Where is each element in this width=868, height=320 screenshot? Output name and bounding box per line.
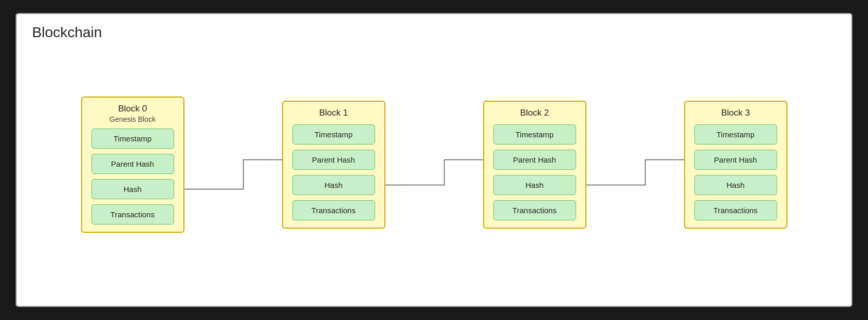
block-1: Block 1 Timestamp Parent Hash Hash Trans… <box>282 101 385 229</box>
block-0-hash: Hash <box>91 179 174 199</box>
block-0-title: Block 0 <box>118 104 147 114</box>
block-1-title: Block 1 <box>319 108 348 118</box>
block-1-hash: Hash <box>292 175 375 195</box>
block-3-title: Block 3 <box>721 108 750 118</box>
block-1-timestamp: Timestamp <box>292 124 375 145</box>
block-2-timestamp: Timestamp <box>493 124 576 145</box>
block-2-parent-hash: Parent Hash <box>493 150 576 170</box>
block-1-parent-hash: Parent Hash <box>292 150 375 170</box>
block-1-transactions: Transactions <box>292 200 375 220</box>
block-2-hash: Hash <box>493 175 576 195</box>
block-0-transactions: Transactions <box>91 204 174 225</box>
blockchain-diagram: Blockchain Block 0 Genesis Block Timesta… <box>16 13 853 307</box>
blocks-area: Block 0 Genesis Block Timestamp Parent H… <box>32 51 836 278</box>
block-3: Block 3 Timestamp Parent Hash Hash Trans… <box>684 101 787 229</box>
block-0-parent-hash: Parent Hash <box>91 154 174 174</box>
block-0: Block 0 Genesis Block Timestamp Parent H… <box>81 97 184 233</box>
diagram-title: Blockchain <box>32 24 836 41</box>
block-3-timestamp: Timestamp <box>694 124 777 145</box>
block-3-hash: Hash <box>694 175 777 195</box>
block-2-title: Block 2 <box>520 108 549 118</box>
block-2-transactions: Transactions <box>493 200 576 220</box>
block-0-timestamp: Timestamp <box>91 129 174 149</box>
block-2: Block 2 Timestamp Parent Hash Hash Trans… <box>483 101 586 229</box>
block-0-subtitle: Genesis Block <box>110 115 156 123</box>
block-3-transactions: Transactions <box>694 200 777 220</box>
block-3-parent-hash: Parent Hash <box>694 150 777 170</box>
